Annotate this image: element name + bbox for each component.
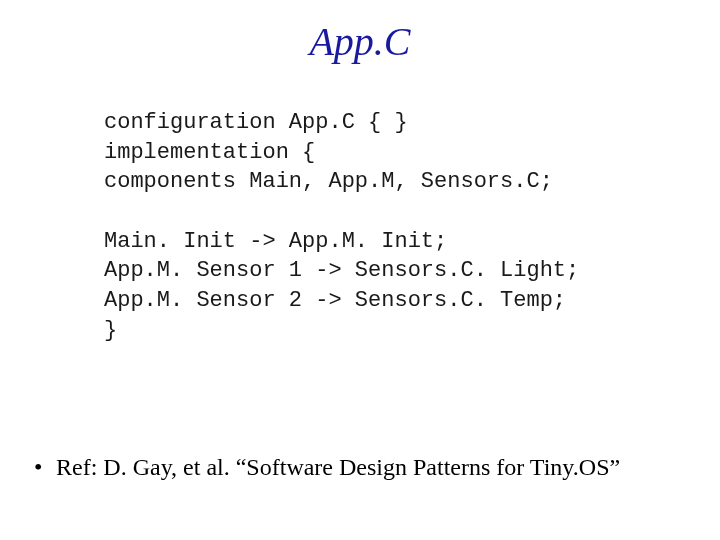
slide-title: App.C	[0, 18, 720, 65]
code-line-6: App.M. Sensor 1 -> Sensors.C. Light;	[104, 258, 579, 283]
code-line-1: configuration App.C { }	[104, 110, 408, 135]
code-line-7: App.M. Sensor 2 -> Sensors.C. Temp;	[104, 288, 566, 313]
slide: App.C configuration App.C { } implementa…	[0, 0, 720, 540]
code-line-3: components Main, App.M, Sensors.C;	[104, 169, 553, 194]
code-line-8: }	[104, 318, 117, 343]
code-line-2: implementation {	[104, 140, 315, 165]
code-block: configuration App.C { } implementation {…	[104, 108, 579, 346]
reference-text: Ref: D. Gay, et al. “Software Design Pat…	[56, 454, 620, 480]
code-line-5: Main. Init -> App.M. Init;	[104, 229, 447, 254]
reference-line: •Ref: D. Gay, et al. “Software Design Pa…	[34, 454, 620, 481]
bullet-icon: •	[34, 454, 56, 481]
